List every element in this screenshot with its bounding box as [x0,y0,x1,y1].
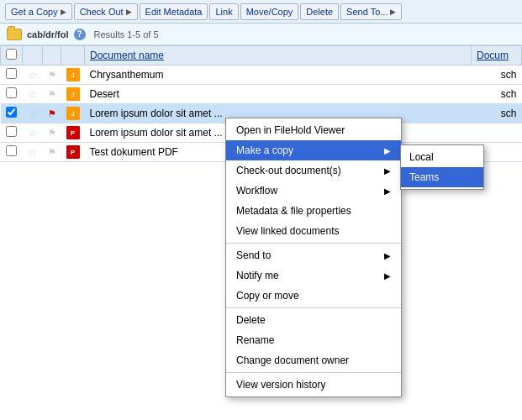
row5-flag-icon[interactable]: ⚑ [48,147,56,157]
help-icon[interactable]: ? [74,29,86,40]
row4-flag-icon[interactable]: ⚑ [48,128,56,138]
context-workflow-arrow: ▶ [384,186,391,196]
row2-name[interactable]: Desert [85,85,472,104]
row3-doc: sch [472,104,522,123]
get-a-copy-arrow: ▶ [61,8,66,16]
context-make-copy-label: Make a copy [236,144,293,156]
row3-checkbox[interactable] [6,107,17,118]
context-open-filehold[interactable]: Open in FileHold Viewer [226,120,401,140]
move-copy-label: Move/Copy [246,7,293,17]
context-separator-3 [226,372,401,373]
col-document-name[interactable]: Document name [85,46,472,66]
submenu-make-copy: Local Teams [400,144,484,190]
delete-button[interactable]: Delete [300,3,339,20]
submenu-teams[interactable]: Teams [401,167,483,187]
select-all-checkbox[interactable] [6,49,17,60]
row1-flag-icon[interactable]: ⚑ [48,70,56,80]
context-version-history-label: View version history [236,379,326,391]
row1-doc: sch [472,66,522,85]
send-to-label: Send To... [346,7,388,17]
context-checkout[interactable]: Check-out document(s) ▶ [226,160,401,181]
row2-doc: sch [472,85,522,104]
table-row: ☆ ⚑ J Desert sch [1,85,522,104]
row5-checkbox[interactable] [6,145,17,156]
row2-star-icon[interactable]: ☆ [28,88,38,101]
breadcrumb-path: cab/dr/fol [27,29,69,39]
link-button[interactable]: Link [209,3,238,20]
table-header-row: Document name Docum [1,46,522,66]
context-rename[interactable]: Rename [226,330,401,350]
edit-metadata-button[interactable]: Edit Metadata [140,3,208,20]
row3-flag-icon[interactable]: ⚑ [48,108,56,118]
row4-checkbox[interactable] [6,126,17,137]
row1-star-icon[interactable]: ☆ [28,69,38,81]
check-out-button[interactable]: Check Out ▶ [74,3,138,20]
row1-name[interactable]: Chrysanthemum [85,66,472,85]
row2-checkbox[interactable] [6,87,17,98]
row3-doc-type-icon: J [66,107,80,120]
row1-doc-type-icon: J [66,68,80,81]
context-linked-docs[interactable]: View linked documents [226,221,401,241]
get-a-copy-button[interactable]: Get a Copy ▶ [5,3,72,20]
toolbar: Get a Copy ▶ Check Out ▶ Edit Metadata L… [0,0,522,24]
row4-doc [472,123,522,143]
context-make-copy-arrow: ▶ [384,146,391,155]
context-send-to-label: Send to [236,249,271,261]
context-open-filehold-label: Open in FileHold Viewer [236,124,345,136]
get-a-copy-label: Get a Copy [11,7,58,17]
check-out-arrow: ▶ [126,8,132,16]
row2-flag-icon[interactable]: ⚑ [48,89,56,99]
col-star [23,46,43,66]
row4-star-icon[interactable]: ☆ [28,127,38,139]
context-notify-arrow: ▶ [384,271,391,281]
context-workflow-label: Workflow [236,185,277,197]
row1-checkbox[interactable] [6,68,17,79]
row5-star-icon[interactable]: ☆ [28,146,38,159]
submenu-teams-label: Teams [409,171,439,183]
context-notify-label: Notify me [236,270,279,281]
table-row: ☆ ⚑ J Chrysanthemum sch [1,66,522,85]
edit-metadata-label: Edit Metadata [145,7,203,17]
row4-doc-type-icon: P [66,126,80,139]
context-checkout-arrow: ▶ [384,166,391,176]
context-change-owner-label: Change document owner [236,354,349,366]
context-change-owner[interactable]: Change document owner [226,350,401,370]
check-out-label: Check Out [80,7,124,17]
col-checkbox[interactable] [1,46,23,66]
send-to-button[interactable]: Send To... ▶ [340,3,402,20]
context-separator-2 [226,307,401,308]
folder-icon [7,29,22,40]
col-icon [61,46,85,66]
context-metadata[interactable]: Metadata & file properties [226,201,401,221]
context-notify[interactable]: Notify me ▶ [226,265,401,286]
context-linked-docs-label: View linked documents [236,225,340,237]
context-rename-label: Rename [236,334,274,346]
move-copy-button[interactable]: Move/Copy [240,3,299,20]
row3-star-icon[interactable]: ☆ [28,108,38,120]
context-make-copy[interactable]: Make a copy ▶ [226,140,401,160]
context-copy-move[interactable]: Copy or move [226,286,401,306]
row5-doc-type-icon: P [66,145,80,159]
context-copy-move-label: Copy or move [236,290,299,302]
context-version-history[interactable]: View version history [226,375,401,395]
context-checkout-label: Check-out document(s) [236,165,341,176]
context-delete[interactable]: Delete [226,310,401,330]
send-to-arrow: ▶ [390,8,396,16]
context-send-to-arrow: ▶ [384,251,391,260]
context-workflow[interactable]: Workflow ▶ [226,181,401,201]
context-send-to[interactable]: Send to ▶ [226,245,401,265]
context-metadata-label: Metadata & file properties [236,205,351,217]
submenu-local-label: Local [409,151,434,163]
delete-label: Delete [306,7,333,17]
col-docum[interactable]: Docum [472,46,522,66]
context-delete-label: Delete [236,314,266,326]
results-text: Results 1-5 of 5 [94,29,159,39]
submenu-local[interactable]: Local [401,147,483,167]
breadcrumb-bar: cab/dr/fol ? Results 1-5 of 5 [0,24,522,45]
context-separator-1 [226,243,401,244]
row2-doc-type-icon: J [66,87,80,101]
context-menu: Open in FileHold Viewer Make a copy ▶ Ch… [225,118,402,397]
col-alert [43,46,61,66]
link-label: Link [215,7,232,17]
